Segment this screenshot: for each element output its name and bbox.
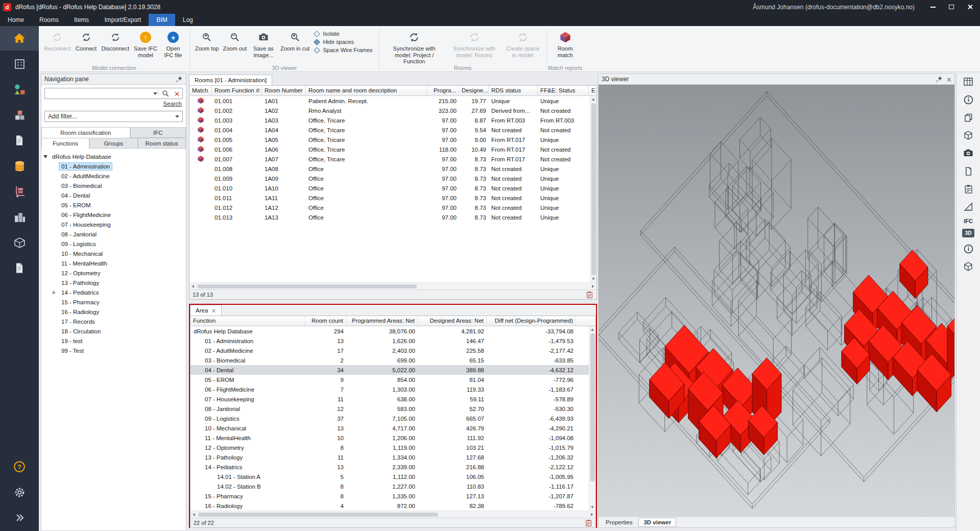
tree-item[interactable]: 14 - Pediatrics — [41, 287, 186, 297]
column-header[interactable]: Match — [189, 86, 212, 95]
reconnect-button[interactable]: Reconnect — [42, 29, 73, 54]
menu-tab[interactable]: Import/Export — [97, 14, 149, 26]
column-header[interactable]: Designe... — [459, 86, 489, 95]
column-header[interactable]: Programmed Areas: Net — [346, 316, 418, 326]
pin-icon[interactable] — [176, 76, 183, 83]
model-view-button[interactable] — [962, 129, 975, 142]
tree-item[interactable]: 11 - MentalHealth — [41, 258, 186, 268]
3d-panel-button[interactable]: 3D — [962, 229, 974, 237]
zoom-in-cut-button[interactable]: + Zoom in cut — [278, 29, 312, 54]
area-row[interactable]: 05 - EROM 9 854.00 81.04 -772.96 — [190, 375, 595, 384]
scroll-left-arrow[interactable] — [189, 283, 196, 289]
area-row[interactable]: 07 - Housekeeping 11 638.00 59.11 -578.8… — [190, 394, 595, 404]
scroll-down-arrow[interactable] — [590, 276, 597, 282]
area-tab[interactable]: Area — [190, 305, 222, 316]
room-match-button[interactable]: Room match — [550, 29, 581, 60]
area-row[interactable]: 16 - Radiology 4 872.00 82.38 -789.62 — [190, 501, 595, 511]
sidebar-logistics-button[interactable] — [0, 179, 39, 204]
tab-groups[interactable]: Groups — [89, 138, 137, 149]
copy-grid-icon[interactable] — [585, 519, 592, 527]
tree-item[interactable]: 15 - Pharmacy — [41, 297, 186, 307]
copy-grid-icon[interactable] — [586, 291, 593, 299]
measure-button[interactable] — [962, 200, 975, 213]
sidebar-home-button[interactable] — [0, 26, 39, 51]
open-ifc-file-button[interactable]: + Open IFC file — [160, 29, 186, 60]
tree-item[interactable]: 19 - test — [41, 336, 186, 346]
menu-tab[interactable]: Home — [0, 14, 32, 26]
maximize-button[interactable] — [944, 0, 959, 14]
tree-item[interactable]: 03 - Biomedical — [41, 181, 186, 190]
sidebar-reports-button[interactable] — [0, 256, 39, 280]
tree-item[interactable]: 99 - Test — [41, 346, 186, 355]
area-row[interactable]: 14 - Pediatrics 13 2,339.00 216.88 -2,12… — [190, 462, 595, 472]
model-cube-button[interactable] — [962, 260, 975, 273]
area-row[interactable]: 10 - Mechanical 13 4,717.00 426.79 -4,29… — [190, 423, 595, 433]
tree-item[interactable]: 04 - Dental — [41, 190, 186, 200]
zoom-top-button[interactable]: + Zoom top — [193, 29, 221, 54]
create-space-button[interactable]: Create space in model — [503, 29, 543, 60]
search-dropdown-icon[interactable] — [153, 92, 157, 95]
column-header[interactable]: Room count — [305, 316, 346, 326]
search-button[interactable] — [160, 88, 171, 99]
tree-item[interactable]: 17 - Records — [41, 317, 186, 326]
tab-room-status[interactable]: Room status — [138, 138, 186, 149]
tab-functions[interactable]: Functions — [41, 138, 89, 149]
grid-view-button[interactable] — [962, 75, 975, 88]
room-row[interactable]: 01.007 1A07 Office, Tricare 97.00 8.73 F… — [189, 154, 596, 164]
tree-item[interactable]: 02 - AdultMedicine — [41, 171, 186, 181]
scrollbar-thumb[interactable] — [590, 333, 595, 481]
menu-tab[interactable]: Log — [175, 14, 201, 26]
area-row[interactable]: 02 - AdultMedicine 17 2,403.00 225.58 -2… — [190, 346, 595, 355]
ifc-panel-button[interactable]: IFC — [964, 218, 973, 224]
column-header[interactable]: Diff net (Design-Programmed) — [487, 316, 576, 326]
room-row[interactable]: 01.012 1A12 Office 97.00 8.73 Not create… — [189, 203, 596, 212]
rooms-vertical-scrollbar[interactable] — [590, 96, 596, 282]
tree-item[interactable]: 16 - Radiology — [41, 307, 186, 317]
3d-viewport[interactable] — [599, 85, 954, 516]
checklist-button[interactable] — [962, 182, 975, 196]
tab-ifc[interactable]: IFC — [130, 127, 186, 138]
sidebar-package-button[interactable] — [0, 230, 39, 255]
column-header[interactable]: Room Number — [262, 86, 306, 95]
area-row[interactable]: 14.01 - Station A 5 1,112.00 106.05 -1,0… — [190, 472, 595, 481]
column-header[interactable]: Room name and room description — [306, 86, 427, 95]
tree-item[interactable]: 08 - Janitorial — [41, 229, 186, 239]
area-horizontal-scrollbar[interactable] — [190, 511, 595, 518]
dock-tab[interactable]: Properties — [601, 518, 637, 527]
area-row[interactable]: 14.02 - Station B 8 1,227.00 110.83 -1,1… — [190, 481, 595, 491]
area-row[interactable]: 09 - Logistics 37 7,105.00 665.07 -6,439… — [190, 414, 595, 423]
column-header[interactable]: FF&E: Status — [538, 86, 589, 95]
column-header[interactable]: Designed Areas: Net — [418, 316, 487, 326]
zoom-out-button[interactable]: − Zoom out — [221, 29, 248, 54]
tree-item[interactable]: 09 - Logistics — [41, 239, 186, 249]
tree-item[interactable]: 05 - EROM — [41, 200, 186, 210]
scrollbar-thumb[interactable] — [197, 284, 417, 288]
connect-button[interactable]: Connect — [73, 29, 100, 54]
snapshot-button[interactable] — [962, 147, 975, 160]
help-button[interactable] — [0, 454, 39, 479]
area-row[interactable]: 01 - Administration 13 1,626.00 146.47 -… — [190, 336, 595, 346]
room-row[interactable]: 01.009 1A09 Office 97.00 8.73 Not create… — [189, 174, 596, 183]
tree-item[interactable]: 07 - Housekeeping — [41, 220, 186, 229]
tree-item[interactable]: 10 - Mechanical — [41, 249, 186, 258]
info-button[interactable] — [962, 93, 975, 106]
save-ifc-model-button[interactable]: ↑ Save IFC model — [131, 29, 160, 60]
copy-button[interactable] — [962, 111, 975, 124]
area-row[interactable]: 08 - Janitorial 12 583.00 52.70 -530.30 — [190, 404, 595, 414]
scroll-up-arrow[interactable] — [590, 96, 597, 103]
sync-project-function-button[interactable]: Synchronize with model: Project / Functi… — [383, 29, 446, 66]
room-row[interactable]: 01.004 1A04 Office, Tricare 97.00 9.54 N… — [189, 125, 596, 135]
close-tab-icon[interactable] — [212, 308, 216, 312]
isolate-toggle[interactable]: Isolate — [315, 31, 372, 37]
pin-icon[interactable] — [936, 76, 943, 83]
scroll-right-arrow[interactable] — [589, 511, 595, 518]
tree-item[interactable]: 13 - Pathology — [41, 278, 186, 287]
tree-item[interactable]: 06 - FlightMedicine — [41, 210, 186, 220]
clear-search-button[interactable] — [171, 88, 182, 99]
room-row[interactable]: 01.002 1A02 Rmo Analyst 323.00 27.69 Der… — [189, 106, 596, 115]
expander-open-icon[interactable] — [43, 155, 47, 158]
sidebar-rooms-button[interactable] — [0, 52, 39, 76]
tree-item[interactable]: 01 - Administration — [41, 161, 186, 171]
column-header[interactable]: E — [589, 86, 596, 95]
room-row[interactable]: 01.001 1A01 Patient Admin. Recept. 215.0… — [189, 96, 596, 106]
